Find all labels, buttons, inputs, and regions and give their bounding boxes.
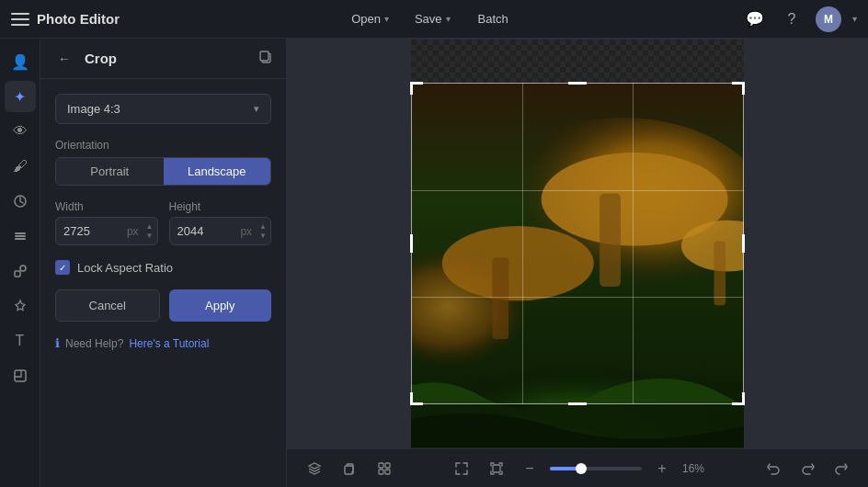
panel-header: ← Crop xyxy=(40,39,286,79)
grid-line-v1 xyxy=(522,83,523,404)
svg-rect-1 xyxy=(15,232,26,234)
bottom-left-tools xyxy=(302,456,397,481)
crop-panel: ← Crop Image 4:3 ▾ Orientation Portrait xyxy=(40,39,287,487)
lock-ratio-checkbox[interactable]: ✓ xyxy=(55,260,70,275)
height-unit: px xyxy=(240,225,256,238)
lock-ratio-row: ✓ Lock Aspect Ratio xyxy=(55,260,271,275)
height-arrows: ▲ ▼ xyxy=(256,221,270,242)
grid-icon[interactable] xyxy=(371,456,397,481)
svg-rect-24 xyxy=(493,465,500,472)
svg-rect-6 xyxy=(15,370,26,381)
apply-button[interactable]: Apply xyxy=(169,289,272,322)
chat-icon[interactable]: 💬 xyxy=(742,6,768,32)
zoom-thumb[interactable] xyxy=(576,463,587,474)
zoom-in-button[interactable]: + xyxy=(651,458,673,480)
topbar-right: 💬 ? M ▾ xyxy=(742,6,857,32)
zoom-percent: 16% xyxy=(682,462,710,475)
width-down-arrow[interactable]: ▼ xyxy=(146,232,154,241)
history-icon[interactable] xyxy=(828,456,853,481)
avatar[interactable]: M xyxy=(816,6,841,32)
topbar-left: Photo Editor xyxy=(11,11,120,27)
orientation-section: Orientation Portrait Landscape xyxy=(55,139,271,186)
portrait-button[interactable]: Portrait xyxy=(56,158,164,185)
svg-rect-4 xyxy=(15,271,20,277)
tool-person-icon[interactable]: 👤 xyxy=(5,46,36,77)
tutorial-link[interactable]: Here's a Tutorial xyxy=(129,337,209,350)
fit-icon[interactable] xyxy=(484,456,509,481)
layers-icon[interactable] xyxy=(302,456,327,481)
width-up-arrow[interactable]: ▲ xyxy=(146,222,154,232)
main-area: 👤 ✦ 👁 🖌 T xyxy=(0,39,868,487)
action-buttons: Cancel Apply xyxy=(55,289,271,322)
canvas-viewport[interactable] xyxy=(287,39,868,448)
cancel-button[interactable]: Cancel xyxy=(55,289,160,322)
zoom-out-button[interactable]: − xyxy=(519,458,541,480)
grid-line-h1 xyxy=(411,190,744,191)
width-field: Width px ▲ ▼ xyxy=(55,200,158,245)
height-up-arrow[interactable]: ▲ xyxy=(259,222,267,232)
canvas-area: − + 16% xyxy=(287,39,868,487)
bottom-center-zoom: − + 16% xyxy=(449,456,710,481)
crop-handle-tr[interactable] xyxy=(732,82,745,95)
landscape-button[interactable]: Landscape xyxy=(164,158,271,185)
panel-content: Image 4:3 ▾ Orientation Portrait Landsca… xyxy=(40,79,286,487)
help-icon[interactable]: ? xyxy=(779,6,805,32)
zoom-track xyxy=(550,467,577,470)
tool-eye-icon[interactable]: 👁 xyxy=(5,116,36,147)
height-input-wrap: px ▲ ▼ xyxy=(169,217,272,245)
topbar: Photo Editor Open ▾ Save ▾ Batch 💬 ? M ▾ xyxy=(0,0,868,39)
tool-brush-icon[interactable]: 🖌 xyxy=(5,151,36,182)
svg-rect-20 xyxy=(379,463,383,468)
height-down-arrow[interactable]: ▼ xyxy=(259,232,267,241)
help-prefix: Need Help? xyxy=(65,337,123,350)
width-unit: px xyxy=(127,225,143,238)
batch-button[interactable]: Batch xyxy=(465,7,521,30)
bottombar: − + 16% xyxy=(287,448,868,487)
image-container xyxy=(411,40,744,447)
save-chevron-icon: ▾ xyxy=(446,14,451,24)
width-arrows: ▲ ▼ xyxy=(143,221,157,242)
avatar-chevron-icon[interactable]: ▾ xyxy=(852,14,857,24)
crop-handle-tm[interactable] xyxy=(568,82,587,89)
crop-handle-br[interactable] xyxy=(732,392,745,405)
tool-text-icon[interactable]: T xyxy=(5,325,36,357)
back-button[interactable]: ← xyxy=(53,48,75,70)
crop-handle-ml[interactable] xyxy=(410,234,417,253)
lock-ratio-label: Lock Aspect Ratio xyxy=(77,261,173,275)
crop-handle-bm[interactable] xyxy=(568,398,587,405)
expand-icon[interactable] xyxy=(449,456,474,481)
tool-layers-icon[interactable] xyxy=(5,221,36,252)
width-input[interactable] xyxy=(56,218,127,244)
crop-grid xyxy=(411,83,744,404)
redo-icon[interactable] xyxy=(794,456,820,481)
height-input[interactable] xyxy=(170,218,241,244)
menu-icon[interactable] xyxy=(11,13,29,26)
preset-dropdown[interactable]: Image 4:3 ▾ xyxy=(55,94,271,124)
zoom-slider[interactable] xyxy=(550,467,642,470)
tool-shapes-icon[interactable] xyxy=(5,255,36,287)
tool-sparkle-icon[interactable]: ✦ xyxy=(5,81,36,112)
crop-handle-tl[interactable] xyxy=(410,82,423,95)
copy-icon[interactable] xyxy=(337,456,362,481)
tool-sticker-icon[interactable] xyxy=(5,360,36,391)
crop-darken-bottom xyxy=(411,404,744,447)
batch-label: Batch xyxy=(478,12,508,26)
info-icon: ℹ xyxy=(55,336,60,350)
crop-handle-mr[interactable] xyxy=(737,234,745,253)
tool-analytics-icon[interactable] xyxy=(5,186,36,217)
open-button[interactable]: Open ▾ xyxy=(340,7,400,30)
height-label: Height xyxy=(169,200,272,213)
checkbox-check-icon: ✓ xyxy=(59,263,66,273)
open-label: Open xyxy=(351,12,381,26)
copy-settings-icon[interactable] xyxy=(258,50,273,67)
crop-darken-top xyxy=(411,40,744,83)
svg-rect-22 xyxy=(379,470,383,474)
save-button[interactable]: Save ▾ xyxy=(404,7,462,30)
preset-chevron-icon: ▾ xyxy=(254,103,259,115)
tool-effects-icon[interactable] xyxy=(5,290,36,322)
dimensions-section: Width px ▲ ▼ Height px xyxy=(55,200,271,245)
crop-overlay[interactable] xyxy=(411,83,744,404)
undo-icon[interactable] xyxy=(761,456,787,481)
crop-handle-bl[interactable] xyxy=(410,392,423,405)
svg-rect-2 xyxy=(15,235,26,237)
